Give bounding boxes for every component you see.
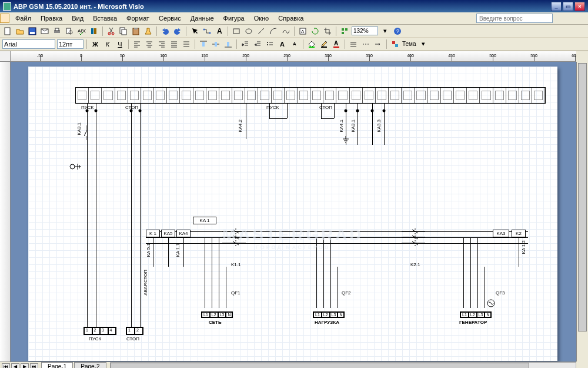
decrease-indent-icon[interactable] — [252, 39, 263, 49]
relay-k1[interactable]: K 1 — [146, 230, 160, 237]
wire[interactable] — [183, 237, 184, 267]
wire[interactable] — [321, 104, 322, 118]
terminal[interactable] — [232, 88, 245, 103]
align-bottom-icon[interactable] — [223, 39, 233, 49]
wire[interactable] — [246, 104, 246, 139]
text-tool-icon[interactable]: A — [214, 26, 225, 37]
menu-view[interactable]: Вид — [67, 14, 88, 23]
open-icon[interactable] — [15, 26, 25, 37]
underline-icon[interactable]: Ч — [115, 39, 125, 49]
phase-box-qf3[interactable]: L1 L2 L3 N — [460, 311, 492, 318]
undo-icon[interactable] — [160, 26, 171, 37]
font-size-select[interactable] — [57, 39, 83, 49]
wire[interactable] — [269, 118, 287, 119]
terminal-strip[interactable] — [75, 87, 546, 104]
relay-k2[interactable]: K2 — [512, 230, 526, 237]
wire[interactable] — [338, 267, 338, 308]
tab-next-icon[interactable]: ▶ — [21, 363, 29, 369]
redo-icon[interactable] — [172, 26, 183, 37]
menu-shape[interactable]: Фигура — [219, 14, 249, 23]
terminal[interactable] — [128, 88, 141, 103]
wire[interactable] — [153, 237, 153, 267]
wire[interactable] — [334, 104, 335, 118]
relay-ka3[interactable]: KA3 — [493, 230, 509, 237]
terminal[interactable] — [298, 88, 310, 103]
save-icon[interactable] — [27, 26, 38, 37]
terminal[interactable] — [323, 88, 336, 103]
terminal[interactable] — [428, 88, 441, 103]
schematic-diagram[interactable]: ПУСК СТОП ПУСК СТОП KA3.1 — [28, 67, 557, 361]
menu-tools[interactable]: Сервис — [154, 14, 186, 23]
theme-label[interactable]: Тема — [402, 41, 416, 47]
new-icon[interactable] — [2, 26, 13, 37]
terminal[interactable] — [180, 88, 193, 103]
line-icon[interactable] — [256, 26, 266, 37]
terminal[interactable] — [519, 88, 532, 103]
wire[interactable] — [477, 237, 478, 308]
terminal[interactable] — [219, 88, 232, 103]
font-size-down-icon[interactable]: A — [289, 39, 300, 49]
terminal[interactable] — [285, 88, 298, 103]
horizontal-ruler[interactable]: -50050100150200250300350400450500550600 — [11, 51, 576, 62]
help-question-input[interactable] — [476, 14, 553, 23]
tab-prev-icon[interactable]: ◀ — [11, 363, 19, 369]
v-scroll-thumb[interactable] — [578, 63, 587, 331]
terminal[interactable] — [76, 88, 89, 103]
help-icon[interactable]: ? — [392, 26, 403, 37]
terminal[interactable] — [467, 88, 480, 103]
cut-icon[interactable] — [106, 26, 116, 37]
generator-symbol[interactable] — [487, 299, 495, 309]
menu-format[interactable]: Формат — [122, 14, 154, 23]
bottom-terminals-1[interactable]: 1 2 3 4 — [83, 327, 116, 335]
crop-icon[interactable] — [322, 26, 333, 37]
arc-icon[interactable] — [268, 26, 279, 37]
line-pattern-icon[interactable] — [360, 39, 371, 49]
theme-dropdown-icon[interactable]: ▾ — [418, 39, 429, 49]
italic-icon[interactable]: К — [102, 39, 113, 49]
terminal[interactable] — [102, 88, 115, 103]
wire[interactable] — [287, 104, 288, 118]
page-tab-1[interactable]: Page-1 — [41, 362, 73, 368]
bullets-icon[interactable] — [265, 39, 275, 49]
wire[interactable] — [519, 237, 519, 267]
wire-bus[interactable] — [146, 231, 528, 232]
font-size-up-icon[interactable]: A — [277, 39, 288, 49]
font-color-icon[interactable]: A — [331, 39, 342, 49]
terminal[interactable] — [480, 88, 493, 103]
restore-button[interactable]: ▭ — [563, 2, 573, 11]
text-block-icon[interactable]: A — [298, 26, 308, 37]
terminal[interactable] — [506, 88, 519, 103]
theme-icon[interactable] — [390, 39, 400, 49]
format-painter-icon[interactable] — [143, 26, 153, 37]
line-ends-icon[interactable] — [373, 39, 383, 49]
menu-data[interactable]: Данные — [186, 14, 219, 23]
terminal[interactable] — [167, 88, 180, 103]
font-name-select[interactable] — [2, 39, 55, 49]
relay-ka1[interactable]: KA 1 — [193, 217, 216, 224]
vertical-ruler[interactable] — [0, 62, 11, 362]
terminal[interactable] — [363, 88, 376, 103]
rotate-icon[interactable] — [310, 26, 320, 37]
terminal[interactable] — [115, 88, 128, 103]
vertical-scrollbar[interactable] — [576, 62, 588, 362]
terminal[interactable] — [310, 88, 323, 103]
ground-icon[interactable] — [342, 136, 350, 145]
zoom-dropdown-icon[interactable]: ▾ — [380, 26, 390, 37]
email-icon[interactable] — [39, 26, 50, 37]
drawing-page[interactable]: ПУСК СТОП ПУСК СТОП KA3.1 — [28, 67, 557, 361]
print-preview-icon[interactable] — [64, 26, 75, 37]
line-color-icon[interactable] — [319, 39, 329, 49]
terminal[interactable] — [89, 88, 102, 103]
menu-window[interactable]: Окно — [249, 14, 274, 23]
wire[interactable] — [168, 237, 169, 267]
align-center-icon[interactable] — [144, 39, 155, 49]
tab-last-icon[interactable]: ⏭ — [30, 363, 38, 369]
wire[interactable] — [219, 237, 219, 308]
wire[interactable] — [323, 237, 324, 308]
bold-icon[interactable]: Ж — [90, 39, 101, 49]
tab-first-icon[interactable]: ⏮ — [2, 363, 10, 369]
ground-symbol[interactable] — [69, 161, 81, 174]
menu-edit[interactable]: Правка — [36, 14, 67, 23]
h-scroll-thumb[interactable] — [111, 363, 529, 368]
paste-icon[interactable] — [131, 26, 141, 37]
